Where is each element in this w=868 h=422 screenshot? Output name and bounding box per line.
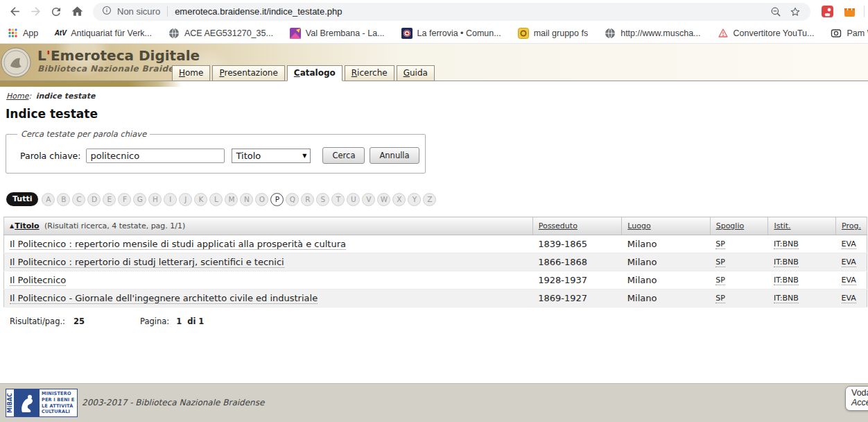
results-per-page-label: Risultati/pag.: bbox=[10, 316, 65, 326]
tab-catalogo[interactable]: Catalogo bbox=[287, 65, 342, 81]
keyword-input[interactable] bbox=[86, 149, 225, 163]
letter-W[interactable]: W bbox=[377, 193, 390, 206]
istit-link[interactable]: IT:BNB bbox=[774, 258, 799, 267]
filter-all-button[interactable]: Tutti bbox=[6, 192, 38, 206]
mail-icon bbox=[518, 28, 529, 39]
bookmark-item-2[interactable]: ACE AEG531270_35... bbox=[168, 28, 273, 39]
tab-ricerche[interactable]: Ricerche bbox=[345, 65, 394, 81]
site-header: L'Emeroteca Digitale Biblioteca Nazional… bbox=[0, 44, 868, 81]
letter-C[interactable]: C bbox=[72, 193, 85, 206]
letter-T[interactable]: T bbox=[331, 193, 345, 206]
title-link[interactable]: Il Politecnico : repertorio di studj let… bbox=[10, 257, 284, 268]
istit-link[interactable]: IT:BNB bbox=[774, 294, 799, 303]
breadcrumb-separator: : bbox=[28, 92, 31, 101]
bookmark-item-6[interactable]: http://www.muscha... bbox=[605, 28, 700, 39]
spoglio-link[interactable]: SP bbox=[715, 294, 725, 303]
prog-link[interactable]: EVA bbox=[842, 258, 856, 267]
title-link[interactable]: Il Politecnico : repertorio mensile di s… bbox=[10, 239, 346, 250]
prog-link[interactable]: EVA bbox=[842, 294, 856, 303]
spoglio-link[interactable]: SP bbox=[715, 239, 725, 249]
posseduto-cell: 1866-1868 bbox=[532, 253, 622, 271]
tab-home[interactable]: Home bbox=[172, 65, 210, 81]
title-link[interactable]: Il Politecnico bbox=[10, 275, 66, 286]
spoglio-cell: SP bbox=[710, 253, 768, 271]
bookmarks-bar: AppAtVAntiquariat für Verk...ACE AEG5312… bbox=[0, 23, 868, 44]
letter-J[interactable]: J bbox=[179, 193, 192, 206]
extension-red-icon[interactable] bbox=[818, 5, 836, 18]
titolo-cell: Il Politecnico - Giornale dell'ingegnere… bbox=[4, 289, 533, 307]
spoglio-link[interactable]: SP bbox=[715, 258, 725, 267]
spoglio-link[interactable]: SP bbox=[715, 276, 725, 285]
column-prog-link[interactable]: Prog. bbox=[842, 221, 861, 230]
column-luogo-link[interactable]: Luogo bbox=[627, 221, 650, 230]
omnibox-divider bbox=[167, 6, 168, 17]
letter-D[interactable]: D bbox=[87, 193, 101, 206]
reload-icon[interactable] bbox=[46, 1, 67, 22]
tab-presentazione[interactable]: Presentazione bbox=[212, 65, 284, 81]
bookmark-item-7[interactable]: Convertitore YouTu... bbox=[718, 28, 815, 39]
column-posseduto-link[interactable]: Posseduto bbox=[539, 221, 578, 230]
letter-E[interactable]: E bbox=[103, 193, 116, 206]
letter-N[interactable]: N bbox=[240, 193, 253, 206]
extension-shopping-bag-icon[interactable] bbox=[840, 5, 858, 18]
letter-Z[interactable]: Z bbox=[423, 193, 436, 206]
letter-F[interactable]: F bbox=[118, 193, 131, 206]
letter-V[interactable]: V bbox=[362, 193, 375, 206]
tab-guida[interactable]: Guida bbox=[397, 65, 435, 81]
letter-K[interactable]: K bbox=[194, 193, 207, 206]
address-bar[interactable]: Non sicuro emeroteca.braidense.it/indice… bbox=[93, 3, 810, 21]
search-fieldset: Cerca testate per parola chiave Parola c… bbox=[6, 129, 426, 174]
sort-asc-icon: ▲ bbox=[10, 223, 14, 229]
letter-M[interactable]: M bbox=[225, 193, 238, 206]
letter-S[interactable]: S bbox=[316, 193, 329, 206]
column-titolo-link[interactable]: Titolo bbox=[15, 221, 39, 230]
forward-icon[interactable] bbox=[25, 1, 46, 22]
letter-B[interactable]: B bbox=[57, 193, 70, 206]
letter-Q[interactable]: Q bbox=[286, 193, 299, 206]
bookmark-label: App bbox=[23, 28, 38, 38]
home-icon[interactable] bbox=[67, 1, 87, 22]
letter-H[interactable]: H bbox=[148, 193, 162, 206]
bookmark-item-1[interactable]: AtVAntiquariat für Verk... bbox=[55, 28, 152, 39]
istit-link[interactable]: IT:BNB bbox=[774, 239, 799, 249]
bookmark-item-3[interactable]: Val Brembana - La... bbox=[290, 28, 385, 39]
zoom-out-icon[interactable] bbox=[766, 6, 785, 18]
istit-cell: IT:BNB bbox=[768, 235, 836, 253]
bookmark-star-icon[interactable] bbox=[785, 6, 805, 18]
info-icon[interactable] bbox=[101, 5, 112, 19]
title-link[interactable]: Il Politecnico - Giornale dell'ingegnere… bbox=[10, 293, 318, 304]
prog-link[interactable]: EVA bbox=[842, 276, 856, 285]
pagination: Risultati/pag.: 25 Pagina: 1 di 1 bbox=[10, 316, 868, 326]
breadcrumb-home-link[interactable]: Home bbox=[6, 92, 28, 101]
letter-I[interactable]: I bbox=[164, 193, 177, 206]
column-istit-link[interactable]: Istit. bbox=[774, 221, 790, 230]
luogo-cell: Milano bbox=[622, 289, 710, 307]
results-info: (Risultati ricerca, 4 testate, pag. 1/1) bbox=[44, 221, 185, 230]
bookmark-item-0[interactable]: App bbox=[7, 28, 38, 39]
prog-cell: EVA bbox=[836, 271, 867, 289]
column-spoglio-link[interactable]: Spoglio bbox=[716, 221, 745, 230]
letter-O[interactable]: O bbox=[255, 193, 268, 206]
letter-U[interactable]: U bbox=[347, 193, 360, 206]
letter-L[interactable]: L bbox=[209, 193, 223, 206]
search-button[interactable]: Cerca bbox=[322, 147, 365, 164]
bookmark-label: Val Brembana - La... bbox=[306, 28, 385, 38]
bookmark-label: La ferrovia • Comun... bbox=[417, 28, 501, 38]
letter-R[interactable]: R bbox=[301, 193, 314, 206]
letter-Y[interactable]: Y bbox=[408, 193, 421, 206]
spoglio-cell: SP bbox=[710, 235, 768, 253]
reset-button[interactable]: Annulla bbox=[370, 147, 419, 164]
prog-link[interactable]: EVA bbox=[842, 239, 856, 249]
letter-A[interactable]: A bbox=[42, 193, 55, 206]
field-select[interactable]: Titolo ▼ bbox=[232, 149, 311, 163]
letter-G[interactable]: G bbox=[133, 193, 146, 206]
back-icon[interactable] bbox=[4, 1, 25, 22]
letter-X[interactable]: X bbox=[392, 193, 406, 206]
letter-P[interactable]: P bbox=[270, 193, 284, 206]
ferrovia-badge-icon bbox=[401, 28, 413, 39]
bookmark-item-5[interactable]: mail gruppo fs bbox=[518, 28, 589, 39]
bookmark-item-8[interactable]: Pam Wagners's (pa... bbox=[831, 28, 868, 39]
bookmark-item-4[interactable]: La ferrovia • Comun... bbox=[401, 28, 501, 39]
istit-link[interactable]: IT:BNB bbox=[774, 276, 799, 285]
popup-line1: Vodafo bbox=[851, 388, 868, 398]
